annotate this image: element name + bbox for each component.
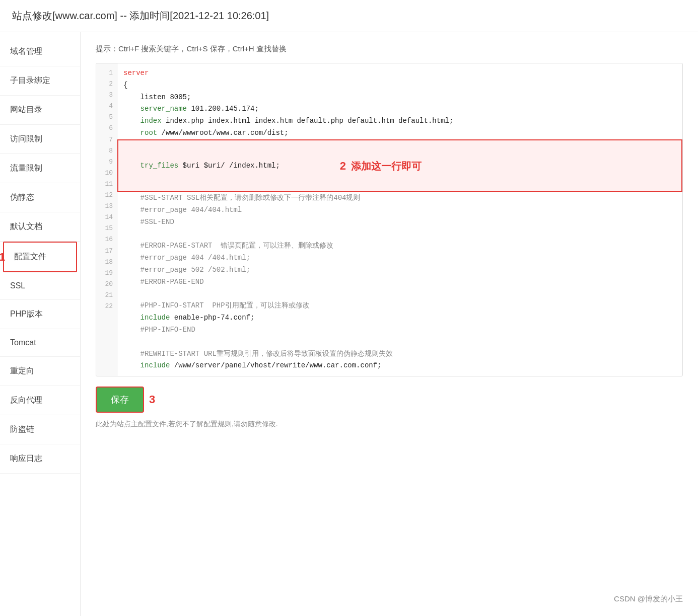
footer-hint: 此处为站点主配置文件,若您不了解配置规则,请勿随意修改. <box>96 420 683 429</box>
code-line-20 <box>117 336 682 348</box>
annotation-1-badge: 1 <box>0 251 5 264</box>
code-editor-container: 1 2 3 4 5 6 7 8 9 10 11 12 13 14 <box>96 63 683 376</box>
code-line-18: include enable-php-74.conf; <box>117 312 682 324</box>
sidebar-item-tomcat[interactable]: Tomcat <box>0 329 80 357</box>
sidebar-item-redirect[interactable]: 重定向 <box>0 357 80 386</box>
code-line-5: index index.php index.html index.htm def… <box>117 115 682 127</box>
code-line-15: #ERROR-PAGE-END <box>117 276 682 288</box>
code-line-19: #PHP-INFO-END <box>117 324 682 336</box>
code-line-8: #SSL-START SSL相关配置，请勿删除或修改下一行带注释的404规则 <box>117 192 682 204</box>
code-line-2: { <box>117 80 682 92</box>
code-line-11 <box>117 228 682 241</box>
code-line-13: #error_page 404 /404.html; <box>117 252 682 264</box>
sidebar-item-ssl[interactable]: SSL <box>0 272 80 300</box>
code-line-21: #REWRITE-START URL重写规则引用，修改后将导致面板设置的伪静态规… <box>117 348 682 360</box>
sidebar-item-default-doc[interactable]: 默认文档 <box>0 212 80 242</box>
content-area: 提示：Ctrl+F 搜索关键字，Ctrl+S 保存，Ctrl+H 查找替换 1 … <box>81 32 698 616</box>
annotation-3-badge: 3 <box>149 393 155 406</box>
sidebar-item-webdir[interactable]: 网站目录 <box>0 96 80 125</box>
sidebar-item-config[interactable]: 配置文件 <box>3 242 77 272</box>
sidebar-item-php[interactable]: PHP版本 <box>0 300 80 329</box>
hint-bar: 提示：Ctrl+F 搜索关键字，Ctrl+S 保存，Ctrl+H 查找替换 <box>96 44 683 54</box>
code-line-1: server <box>117 67 682 80</box>
code-line-16 <box>117 288 682 300</box>
code-line-10: #SSL-END <box>117 216 682 228</box>
code-line-7: try_files $uri $uri/ /index.html; 2 添加这一… <box>117 139 682 192</box>
code-line-22: include /www/server/panel/vhost/rewrite/… <box>117 360 682 372</box>
code-line-12: #ERROR-PAGE-START 错误页配置，可以注释、删除或修改 <box>117 240 682 252</box>
sidebar-item-traffic[interactable]: 流量限制 <box>0 154 80 183</box>
code-line-6: root /www/wwwroot/www.car.com/dist; <box>117 127 682 139</box>
sidebar-item-hotlink[interactable]: 防盗链 <box>0 415 80 444</box>
sidebar-item-access[interactable]: 访问限制 <box>0 125 80 154</box>
code-line-3: listen 8005; <box>117 92 682 104</box>
page-title: 站点修改[www.car.com] -- 添加时间[2021-12-21 10:… <box>12 10 269 21</box>
code-line-4: server_name 101.200.145.174; <box>117 103 682 115</box>
sidebar-item-subdir[interactable]: 子目录绑定 <box>0 66 80 96</box>
sidebar-item-proxy[interactable]: 反向代理 <box>0 386 80 415</box>
title-bar: 站点修改[www.car.com] -- 添加时间[2021-12-21 10:… <box>0 0 698 32</box>
save-area: 保存 3 <box>96 387 683 413</box>
sidebar-item-domain[interactable]: 域名管理 <box>0 37 80 66</box>
code-content[interactable]: server { listen 8005; server_name 101.20… <box>117 63 682 376</box>
line-numbers: 1 2 3 4 5 6 7 8 9 10 11 12 13 14 <box>96 63 117 376</box>
code-line-9: #error_page 404/404.html <box>117 204 682 216</box>
annotation-2-text: 2 添加这一行即可 <box>295 139 422 192</box>
code-line-17: #PHP-INFO-START PHP引用配置，可以注释或修改 <box>117 300 682 312</box>
code-editor[interactable]: 1 2 3 4 5 6 7 8 9 10 11 12 13 14 <box>96 63 682 376</box>
save-button[interactable]: 保存 <box>96 387 144 413</box>
code-line-14: #error_page 502 /502.html; <box>117 264 682 276</box>
editor-wrapper: 1 2 3 4 5 6 7 8 9 10 11 12 13 14 <box>96 63 683 376</box>
sidebar-item-log[interactable]: 响应日志 <box>0 444 80 474</box>
sidebar-item-pseudo-static[interactable]: 伪静态 <box>0 183 80 212</box>
watermark: CSDN @博发的小王 <box>614 594 683 604</box>
sidebar: 域名管理 子目录绑定 网站目录 访问限制 流量限制 伪静态 默认文档 1 配 <box>0 32 81 616</box>
